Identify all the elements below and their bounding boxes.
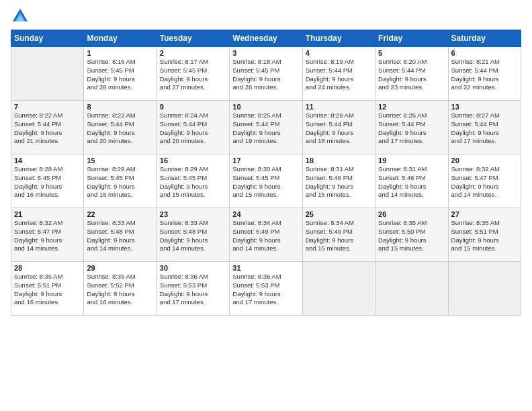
calendar-cell: [375, 262, 448, 316]
day-number: 7: [14, 103, 81, 111]
day-number: 18: [306, 156, 372, 165]
calendar-cell: 12Sunrise: 8:26 AMSunset: 5:44 PMDayligh…: [375, 101, 448, 154]
calendar-cell: [448, 262, 521, 316]
day-number: 22: [87, 210, 153, 218]
day-info: Sunrise: 8:22 AMSunset: 5:44 PMDaylight:…: [14, 111, 81, 146]
day-info: Sunrise: 8:20 AMSunset: 5:44 PMDaylight:…: [378, 58, 445, 92]
calendar-cell: 9Sunrise: 8:24 AMSunset: 5:44 PMDaylight…: [157, 101, 229, 154]
day-info: Sunrise: 8:28 AMSunset: 5:45 PMDaylight:…: [14, 165, 81, 199]
calendar-cell: [11, 47, 84, 101]
calendar-week-1: 7Sunrise: 8:22 AMSunset: 5:44 PMDaylight…: [11, 101, 521, 154]
top-row: [11, 7, 521, 27]
day-info: Sunrise: 8:32 AMSunset: 5:47 PMDaylight:…: [14, 219, 81, 253]
calendar-cell: 6Sunrise: 8:21 AMSunset: 5:44 PMDaylight…: [448, 47, 521, 101]
day-info: Sunrise: 8:32 AMSunset: 5:47 PMDaylight:…: [451, 165, 518, 199]
day-number: 13: [451, 103, 518, 111]
calendar-cell: 14Sunrise: 8:28 AMSunset: 5:45 PMDayligh…: [11, 154, 84, 208]
calendar-week-4: 28Sunrise: 8:35 AMSunset: 5:51 PMDayligh…: [11, 262, 521, 316]
header-wednesday: Wednesday: [230, 30, 302, 47]
calendar-week-3: 21Sunrise: 8:32 AMSunset: 5:47 PMDayligh…: [11, 208, 521, 262]
calendar-cell: 2Sunrise: 8:17 AMSunset: 5:45 PMDaylight…: [157, 47, 229, 101]
day-number: 10: [232, 103, 299, 111]
day-info: Sunrise: 8:34 AMSunset: 5:49 PMDaylight:…: [232, 219, 299, 253]
day-info: Sunrise: 8:35 AMSunset: 5:51 PMDaylight:…: [451, 219, 518, 253]
calendar-header-row: SundayMondayTuesdayWednesdayThursdayFrid…: [11, 30, 521, 47]
calendar-cell: 20Sunrise: 8:32 AMSunset: 5:47 PMDayligh…: [448, 154, 521, 208]
day-info: Sunrise: 8:27 AMSunset: 5:44 PMDaylight:…: [451, 111, 518, 146]
calendar-cell: 18Sunrise: 8:31 AMSunset: 5:46 PMDayligh…: [302, 154, 375, 208]
day-info: Sunrise: 8:24 AMSunset: 5:44 PMDaylight:…: [160, 111, 226, 146]
day-number: 16: [160, 156, 226, 165]
day-number: 14: [14, 156, 81, 165]
header-friday: Friday: [375, 30, 448, 47]
day-info: Sunrise: 8:26 AMSunset: 5:44 PMDaylight:…: [306, 111, 372, 146]
day-number: 8: [87, 103, 153, 111]
day-number: 28: [14, 264, 81, 272]
calendar-cell: 4Sunrise: 8:19 AMSunset: 5:44 PMDaylight…: [302, 47, 375, 101]
calendar-cell: 1Sunrise: 8:16 AMSunset: 5:45 PMDaylight…: [84, 47, 157, 101]
day-info: Sunrise: 8:19 AMSunset: 5:44 PMDaylight:…: [306, 58, 372, 92]
logo-area: [11, 7, 31, 26]
day-info: Sunrise: 8:25 AMSunset: 5:44 PMDaylight:…: [232, 111, 299, 146]
calendar-table: SundayMondayTuesdayWednesdayThursdayFrid…: [11, 30, 521, 316]
day-info: Sunrise: 8:36 AMSunset: 5:53 PMDaylight:…: [232, 273, 299, 307]
calendar-cell: 27Sunrise: 8:35 AMSunset: 5:51 PMDayligh…: [448, 208, 521, 262]
day-info: Sunrise: 8:35 AMSunset: 5:50 PMDaylight:…: [378, 219, 445, 253]
day-number: 3: [232, 49, 299, 57]
day-info: Sunrise: 8:31 AMSunset: 5:46 PMDaylight:…: [306, 165, 372, 199]
day-info: Sunrise: 8:35 AMSunset: 5:51 PMDaylight:…: [14, 273, 81, 307]
calendar-cell: 11Sunrise: 8:26 AMSunset: 5:44 PMDayligh…: [302, 101, 375, 154]
calendar-cell: 21Sunrise: 8:32 AMSunset: 5:47 PMDayligh…: [11, 208, 84, 262]
day-number: 23: [160, 210, 226, 218]
calendar-cell: 29Sunrise: 8:35 AMSunset: 5:52 PMDayligh…: [84, 262, 157, 316]
calendar-cell: 28Sunrise: 8:35 AMSunset: 5:51 PMDayligh…: [11, 262, 84, 316]
day-number: 21: [14, 210, 81, 218]
logo-icon: [11, 7, 30, 26]
day-number: 30: [160, 264, 226, 272]
day-number: 25: [306, 210, 372, 218]
day-number: 19: [378, 156, 445, 165]
calendar-cell: 19Sunrise: 8:31 AMSunset: 5:46 PMDayligh…: [375, 154, 448, 208]
page-container: SundayMondayTuesdayWednesdayThursdayFrid…: [0, 0, 532, 322]
day-number: 6: [451, 49, 518, 57]
day-info: Sunrise: 8:33 AMSunset: 5:48 PMDaylight:…: [87, 219, 153, 253]
calendar-cell: 22Sunrise: 8:33 AMSunset: 5:48 PMDayligh…: [84, 208, 157, 262]
calendar-week-2: 14Sunrise: 8:28 AMSunset: 5:45 PMDayligh…: [11, 154, 521, 208]
calendar-cell: 15Sunrise: 8:29 AMSunset: 5:45 PMDayligh…: [84, 154, 157, 208]
header-sunday: Sunday: [11, 30, 84, 47]
day-number: 31: [232, 264, 299, 272]
day-number: 5: [378, 49, 445, 57]
day-info: Sunrise: 8:29 AMSunset: 5:45 PMDaylight:…: [87, 165, 153, 199]
calendar-cell: 23Sunrise: 8:33 AMSunset: 5:48 PMDayligh…: [157, 208, 229, 262]
day-info: Sunrise: 8:29 AMSunset: 5:45 PMDaylight:…: [160, 165, 226, 199]
day-number: 2: [160, 49, 226, 57]
day-number: 1: [87, 49, 153, 57]
calendar-cell: 24Sunrise: 8:34 AMSunset: 5:49 PMDayligh…: [230, 208, 302, 262]
day-info: Sunrise: 8:35 AMSunset: 5:52 PMDaylight:…: [87, 273, 153, 307]
day-number: 12: [378, 103, 445, 111]
day-number: 20: [451, 156, 518, 165]
header-saturday: Saturday: [448, 30, 521, 47]
calendar-cell: 5Sunrise: 8:20 AMSunset: 5:44 PMDaylight…: [375, 47, 448, 101]
day-info: Sunrise: 8:18 AMSunset: 5:45 PMDaylight:…: [232, 58, 299, 92]
header-thursday: Thursday: [302, 30, 375, 47]
day-number: 11: [306, 103, 372, 111]
day-number: 15: [87, 156, 153, 165]
calendar-cell: 10Sunrise: 8:25 AMSunset: 5:44 PMDayligh…: [230, 101, 302, 154]
calendar-cell: 31Sunrise: 8:36 AMSunset: 5:53 PMDayligh…: [230, 262, 302, 316]
day-number: 29: [87, 264, 153, 272]
day-info: Sunrise: 8:34 AMSunset: 5:49 PMDaylight:…: [306, 219, 372, 253]
day-number: 9: [160, 103, 226, 111]
day-info: Sunrise: 8:21 AMSunset: 5:44 PMDaylight:…: [451, 58, 518, 92]
day-info: Sunrise: 8:33 AMSunset: 5:48 PMDaylight:…: [160, 219, 226, 253]
calendar-cell: 17Sunrise: 8:30 AMSunset: 5:45 PMDayligh…: [230, 154, 302, 208]
calendar-cell: 26Sunrise: 8:35 AMSunset: 5:50 PMDayligh…: [375, 208, 448, 262]
day-info: Sunrise: 8:17 AMSunset: 5:45 PMDaylight:…: [160, 58, 226, 92]
header-tuesday: Tuesday: [157, 30, 229, 47]
calendar-cell: 16Sunrise: 8:29 AMSunset: 5:45 PMDayligh…: [157, 154, 229, 208]
day-info: Sunrise: 8:30 AMSunset: 5:45 PMDaylight:…: [232, 165, 299, 199]
calendar-week-0: 1Sunrise: 8:16 AMSunset: 5:45 PMDaylight…: [11, 47, 521, 101]
day-number: 4: [306, 49, 372, 57]
calendar-cell: 3Sunrise: 8:18 AMSunset: 5:45 PMDaylight…: [230, 47, 302, 101]
calendar-cell: 13Sunrise: 8:27 AMSunset: 5:44 PMDayligh…: [448, 101, 521, 154]
